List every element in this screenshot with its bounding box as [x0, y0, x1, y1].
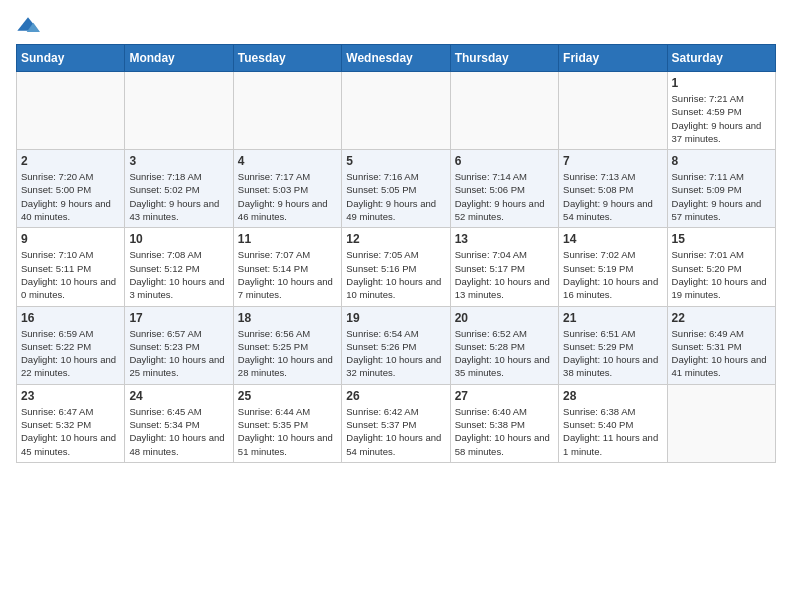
day-cell: 13Sunrise: 7:04 AM Sunset: 5:17 PM Dayli… — [450, 228, 558, 306]
weekday-header-row: SundayMondayTuesdayWednesdayThursdayFrid… — [17, 45, 776, 72]
day-info: Sunrise: 7:17 AM Sunset: 5:03 PM Dayligh… — [238, 170, 337, 223]
day-cell: 9Sunrise: 7:10 AM Sunset: 5:11 PM Daylig… — [17, 228, 125, 306]
day-number: 7 — [563, 154, 662, 168]
day-number: 11 — [238, 232, 337, 246]
week-row-4: 16Sunrise: 6:59 AM Sunset: 5:22 PM Dayli… — [17, 306, 776, 384]
day-cell: 15Sunrise: 7:01 AM Sunset: 5:20 PM Dayli… — [667, 228, 775, 306]
calendar-table: SundayMondayTuesdayWednesdayThursdayFrid… — [16, 44, 776, 463]
day-info: Sunrise: 7:05 AM Sunset: 5:16 PM Dayligh… — [346, 248, 445, 301]
day-cell — [559, 72, 667, 150]
weekday-header-saturday: Saturday — [667, 45, 775, 72]
day-cell: 12Sunrise: 7:05 AM Sunset: 5:16 PM Dayli… — [342, 228, 450, 306]
day-info: Sunrise: 7:10 AM Sunset: 5:11 PM Dayligh… — [21, 248, 120, 301]
day-cell — [233, 72, 341, 150]
day-cell: 22Sunrise: 6:49 AM Sunset: 5:31 PM Dayli… — [667, 306, 775, 384]
day-cell: 21Sunrise: 6:51 AM Sunset: 5:29 PM Dayli… — [559, 306, 667, 384]
day-number: 28 — [563, 389, 662, 403]
day-cell: 25Sunrise: 6:44 AM Sunset: 5:35 PM Dayli… — [233, 384, 341, 462]
day-number: 17 — [129, 311, 228, 325]
day-cell — [450, 72, 558, 150]
day-info: Sunrise: 7:04 AM Sunset: 5:17 PM Dayligh… — [455, 248, 554, 301]
week-row-2: 2Sunrise: 7:20 AM Sunset: 5:00 PM Daylig… — [17, 150, 776, 228]
day-info: Sunrise: 7:11 AM Sunset: 5:09 PM Dayligh… — [672, 170, 771, 223]
day-cell: 26Sunrise: 6:42 AM Sunset: 5:37 PM Dayli… — [342, 384, 450, 462]
day-cell: 5Sunrise: 7:16 AM Sunset: 5:05 PM Daylig… — [342, 150, 450, 228]
day-info: Sunrise: 7:16 AM Sunset: 5:05 PM Dayligh… — [346, 170, 445, 223]
day-cell: 19Sunrise: 6:54 AM Sunset: 5:26 PM Dayli… — [342, 306, 450, 384]
week-row-3: 9Sunrise: 7:10 AM Sunset: 5:11 PM Daylig… — [17, 228, 776, 306]
weekday-header-friday: Friday — [559, 45, 667, 72]
day-number: 2 — [21, 154, 120, 168]
day-info: Sunrise: 6:38 AM Sunset: 5:40 PM Dayligh… — [563, 405, 662, 458]
day-info: Sunrise: 6:52 AM Sunset: 5:28 PM Dayligh… — [455, 327, 554, 380]
day-info: Sunrise: 6:45 AM Sunset: 5:34 PM Dayligh… — [129, 405, 228, 458]
day-info: Sunrise: 7:14 AM Sunset: 5:06 PM Dayligh… — [455, 170, 554, 223]
day-info: Sunrise: 6:42 AM Sunset: 5:37 PM Dayligh… — [346, 405, 445, 458]
day-number: 12 — [346, 232, 445, 246]
day-info: Sunrise: 6:40 AM Sunset: 5:38 PM Dayligh… — [455, 405, 554, 458]
day-cell: 1Sunrise: 7:21 AM Sunset: 4:59 PM Daylig… — [667, 72, 775, 150]
day-info: Sunrise: 7:13 AM Sunset: 5:08 PM Dayligh… — [563, 170, 662, 223]
week-row-1: 1Sunrise: 7:21 AM Sunset: 4:59 PM Daylig… — [17, 72, 776, 150]
day-number: 20 — [455, 311, 554, 325]
day-number: 14 — [563, 232, 662, 246]
day-cell — [17, 72, 125, 150]
day-number: 25 — [238, 389, 337, 403]
day-number: 13 — [455, 232, 554, 246]
logo-icon — [16, 16, 40, 36]
day-number: 1 — [672, 76, 771, 90]
day-info: Sunrise: 7:07 AM Sunset: 5:14 PM Dayligh… — [238, 248, 337, 301]
day-number: 26 — [346, 389, 445, 403]
day-cell: 14Sunrise: 7:02 AM Sunset: 5:19 PM Dayli… — [559, 228, 667, 306]
logo — [16, 16, 44, 36]
day-cell: 20Sunrise: 6:52 AM Sunset: 5:28 PM Dayli… — [450, 306, 558, 384]
day-cell — [667, 384, 775, 462]
day-cell: 11Sunrise: 7:07 AM Sunset: 5:14 PM Dayli… — [233, 228, 341, 306]
day-number: 19 — [346, 311, 445, 325]
day-number: 9 — [21, 232, 120, 246]
day-cell — [125, 72, 233, 150]
day-number: 5 — [346, 154, 445, 168]
day-info: Sunrise: 7:21 AM Sunset: 4:59 PM Dayligh… — [672, 92, 771, 145]
day-info: Sunrise: 7:20 AM Sunset: 5:00 PM Dayligh… — [21, 170, 120, 223]
page-header — [16, 16, 776, 36]
day-cell: 24Sunrise: 6:45 AM Sunset: 5:34 PM Dayli… — [125, 384, 233, 462]
weekday-header-thursday: Thursday — [450, 45, 558, 72]
day-cell: 28Sunrise: 6:38 AM Sunset: 5:40 PM Dayli… — [559, 384, 667, 462]
day-number: 3 — [129, 154, 228, 168]
day-number: 24 — [129, 389, 228, 403]
day-number: 27 — [455, 389, 554, 403]
day-cell: 3Sunrise: 7:18 AM Sunset: 5:02 PM Daylig… — [125, 150, 233, 228]
day-number: 10 — [129, 232, 228, 246]
day-number: 15 — [672, 232, 771, 246]
day-info: Sunrise: 7:18 AM Sunset: 5:02 PM Dayligh… — [129, 170, 228, 223]
day-number: 6 — [455, 154, 554, 168]
day-info: Sunrise: 6:49 AM Sunset: 5:31 PM Dayligh… — [672, 327, 771, 380]
day-info: Sunrise: 6:59 AM Sunset: 5:22 PM Dayligh… — [21, 327, 120, 380]
day-cell: 10Sunrise: 7:08 AM Sunset: 5:12 PM Dayli… — [125, 228, 233, 306]
day-info: Sunrise: 7:08 AM Sunset: 5:12 PM Dayligh… — [129, 248, 228, 301]
day-cell: 27Sunrise: 6:40 AM Sunset: 5:38 PM Dayli… — [450, 384, 558, 462]
day-number: 23 — [21, 389, 120, 403]
day-number: 18 — [238, 311, 337, 325]
day-cell: 16Sunrise: 6:59 AM Sunset: 5:22 PM Dayli… — [17, 306, 125, 384]
day-cell: 6Sunrise: 7:14 AM Sunset: 5:06 PM Daylig… — [450, 150, 558, 228]
day-info: Sunrise: 6:57 AM Sunset: 5:23 PM Dayligh… — [129, 327, 228, 380]
day-info: Sunrise: 6:56 AM Sunset: 5:25 PM Dayligh… — [238, 327, 337, 380]
day-info: Sunrise: 6:47 AM Sunset: 5:32 PM Dayligh… — [21, 405, 120, 458]
day-info: Sunrise: 7:01 AM Sunset: 5:20 PM Dayligh… — [672, 248, 771, 301]
day-number: 21 — [563, 311, 662, 325]
day-number: 16 — [21, 311, 120, 325]
day-cell: 18Sunrise: 6:56 AM Sunset: 5:25 PM Dayli… — [233, 306, 341, 384]
day-cell: 2Sunrise: 7:20 AM Sunset: 5:00 PM Daylig… — [17, 150, 125, 228]
weekday-header-tuesday: Tuesday — [233, 45, 341, 72]
weekday-header-sunday: Sunday — [17, 45, 125, 72]
week-row-5: 23Sunrise: 6:47 AM Sunset: 5:32 PM Dayli… — [17, 384, 776, 462]
day-info: Sunrise: 7:02 AM Sunset: 5:19 PM Dayligh… — [563, 248, 662, 301]
weekday-header-wednesday: Wednesday — [342, 45, 450, 72]
day-info: Sunrise: 6:44 AM Sunset: 5:35 PM Dayligh… — [238, 405, 337, 458]
day-info: Sunrise: 6:54 AM Sunset: 5:26 PM Dayligh… — [346, 327, 445, 380]
day-number: 8 — [672, 154, 771, 168]
day-cell: 7Sunrise: 7:13 AM Sunset: 5:08 PM Daylig… — [559, 150, 667, 228]
day-cell: 17Sunrise: 6:57 AM Sunset: 5:23 PM Dayli… — [125, 306, 233, 384]
